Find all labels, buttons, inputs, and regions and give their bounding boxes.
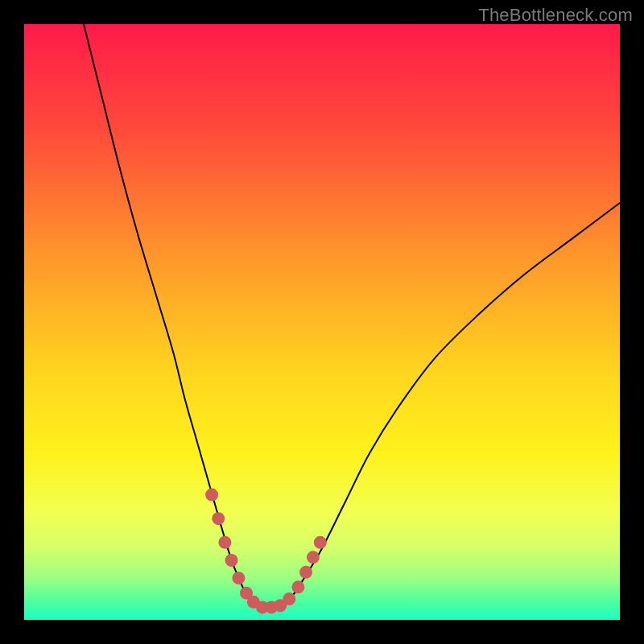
valley-markers-group [205,489,327,614]
chart-svg [24,24,620,620]
valley-marker [314,536,327,549]
valley-marker [232,572,245,584]
valley-marker [291,580,304,593]
watermark-text: TheBottleneck.com [478,5,633,26]
valley-marker [205,489,218,502]
chart-stage: TheBottleneck.com [0,0,644,644]
valley-marker [225,554,238,567]
plot-area [24,24,620,620]
bottleneck-curve [84,24,620,608]
valley-marker [218,536,231,549]
valley-marker [212,512,225,525]
valley-marker [299,566,312,579]
valley-marker [307,551,320,564]
valley-marker [283,592,295,605]
